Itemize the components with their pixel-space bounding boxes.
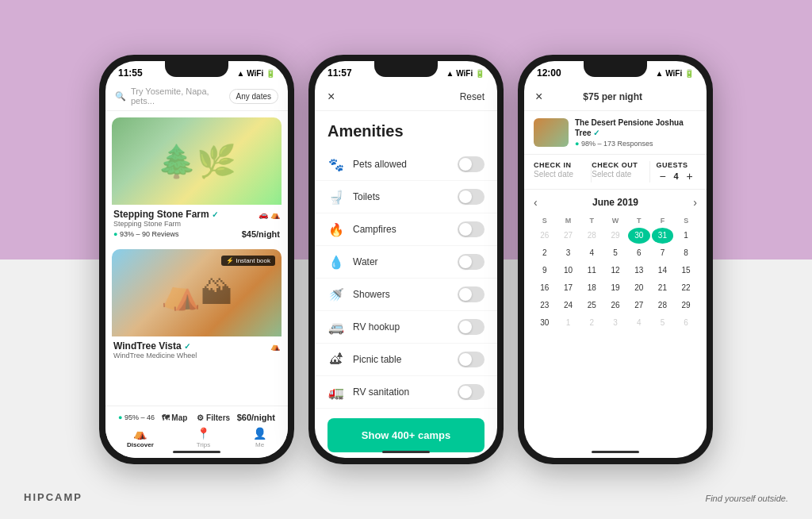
cal-day-2-3[interactable]: 12 bbox=[604, 263, 626, 279]
instant-book-badge: ⚡ Instant book bbox=[221, 256, 275, 266]
guests-count: 4 bbox=[674, 171, 679, 181]
property-meta: ● 98% – 173 Responses bbox=[575, 140, 697, 148]
cal-day-1-3[interactable]: 5 bbox=[604, 245, 626, 261]
guests-minus-button[interactable]: − bbox=[657, 170, 669, 183]
modal-close-button[interactable]: × bbox=[327, 90, 335, 104]
amenity-toggle-0[interactable] bbox=[458, 156, 485, 172]
nav-trips[interactable]: 📍 Trips bbox=[197, 427, 210, 448]
cal-day-4-4[interactable]: 27 bbox=[628, 298, 650, 313]
cal-day-0-2[interactable]: 28 bbox=[580, 228, 603, 244]
cal-day-0-0[interactable]: 26 bbox=[534, 228, 556, 244]
amenity-label-5: RV hookup bbox=[353, 321, 400, 333]
cal-day-3-4[interactable]: 20 bbox=[628, 280, 650, 296]
cal-day-4-0[interactable]: 23 bbox=[534, 298, 556, 313]
show-camps-button[interactable]: Show 400+ camps bbox=[327, 418, 485, 452]
guests-plus-button[interactable]: + bbox=[684, 170, 696, 183]
cal-day-2-1[interactable]: 10 bbox=[557, 263, 580, 279]
amenity-icon-0: 🐾 bbox=[327, 157, 345, 172]
cal-day-3-6[interactable]: 22 bbox=[675, 280, 697, 296]
property-thumbnail bbox=[534, 118, 569, 147]
cal-day-1-0[interactable]: 2 bbox=[534, 245, 556, 261]
checkin-col: Check in Select date bbox=[534, 161, 592, 183]
bottom-actions: ● 95% – 46 🗺 DiscoverMap ⚙ Filters $60/n… bbox=[105, 411, 288, 422]
amenity-label-1: Toilets bbox=[353, 191, 380, 202]
cal-day-1-2[interactable]: 4 bbox=[580, 245, 603, 261]
cal-header-M: M bbox=[557, 215, 580, 226]
cal-day-5-5[interactable]: 5 bbox=[652, 315, 674, 331]
cal-day-2-0[interactable]: 9 bbox=[534, 263, 556, 279]
cal-day-3-2[interactable]: 18 bbox=[580, 280, 603, 296]
cal-day-3-3[interactable]: 19 bbox=[604, 280, 626, 296]
calendar-section: ‹ June 2019 › SMTWTFS2627282930311234567… bbox=[524, 190, 707, 337]
nav-me[interactable]: 👤 Me bbox=[253, 427, 266, 448]
cal-day-4-2[interactable]: 25 bbox=[580, 298, 603, 313]
cal-day-4-3[interactable]: 26 bbox=[604, 298, 626, 313]
map-button[interactable]: 🗺 DiscoverMap bbox=[162, 413, 188, 422]
listing-card-1[interactable]: 🌲🌿 Stepping Stone Farm ✓ 🚗 ⛺ Stepping St… bbox=[112, 117, 282, 243]
cal-day-3-0[interactable]: 16 bbox=[534, 280, 556, 296]
amenity-toggle-3[interactable] bbox=[458, 254, 485, 270]
amenity-toggle-7[interactable] bbox=[458, 384, 485, 400]
cal-day-1-5[interactable]: 7 bbox=[652, 245, 674, 261]
verified-badge-2: ✓ bbox=[184, 342, 190, 351]
cal-day-5-1[interactable]: 1 bbox=[557, 315, 580, 331]
search-input-area[interactable]: 🔍 Try Yosemite, Napa, pets... bbox=[115, 86, 229, 106]
calendar-prev-button[interactable]: ‹ bbox=[534, 196, 538, 209]
cal-day-2-6[interactable]: 15 bbox=[675, 263, 697, 279]
amenity-toggle-4[interactable] bbox=[458, 286, 485, 302]
amenity-toggle-6[interactable] bbox=[458, 352, 485, 367]
checkout-value[interactable]: Select date bbox=[592, 170, 642, 179]
cal-day-4-1[interactable]: 24 bbox=[557, 298, 580, 313]
cal-day-1-6[interactable]: 8 bbox=[675, 245, 697, 261]
cal-day-0-4[interactable]: 30 bbox=[628, 228, 650, 244]
listing-title-row-1: Stepping Stone Farm ✓ 🚗 ⛺ bbox=[113, 209, 280, 220]
cal-day-2-4[interactable]: 13 bbox=[628, 263, 650, 279]
property-details: The Desert Pensione Joshua Tree ✓ ● 98% … bbox=[575, 117, 697, 148]
filter-button[interactable]: ⚙ Filters bbox=[197, 413, 230, 422]
calendar-nav: ‹ June 2019 › bbox=[534, 196, 697, 209]
listing-card-2[interactable]: ⛺🏔 ⚡ Instant book WindTree Vista ✓ ⛺ Win… bbox=[112, 249, 282, 363]
home-indicator-3 bbox=[592, 451, 639, 453]
cal-day-4-5[interactable]: 28 bbox=[652, 298, 674, 313]
cal-day-3-5[interactable]: 21 bbox=[652, 280, 674, 296]
modal-reset-button[interactable]: Reset bbox=[460, 91, 485, 102]
booking-close-button[interactable]: × bbox=[535, 90, 542, 104]
amenity-label-7: RV sanitation bbox=[353, 386, 409, 398]
cal-day-0-1[interactable]: 27 bbox=[557, 228, 580, 244]
bottom-nav: ⛺ Discover 📍 Trips 👤 Me bbox=[105, 427, 288, 448]
cal-day-5-4[interactable]: 4 bbox=[628, 315, 650, 331]
amenity-item-6: 🏕 Picnic table bbox=[315, 344, 497, 376]
amenity-left-1: 🚽 Toilets bbox=[327, 190, 380, 205]
amenity-label-0: Pets allowed bbox=[353, 159, 407, 170]
amenity-icon-3: 💧 bbox=[327, 255, 345, 270]
amenity-icon-5: 🚐 bbox=[327, 320, 345, 335]
cal-day-2-2[interactable]: 11 bbox=[580, 263, 603, 279]
cal-day-5-6[interactable]: 6 bbox=[675, 315, 697, 331]
cal-day-0-3[interactable]: 29 bbox=[604, 228, 626, 244]
cal-day-5-2[interactable]: 2 bbox=[580, 315, 603, 331]
notch-1 bbox=[165, 61, 228, 77]
any-dates-button[interactable]: Any dates bbox=[229, 89, 278, 104]
cal-day-1-1[interactable]: 3 bbox=[557, 245, 580, 261]
amenity-toggle-5[interactable] bbox=[458, 319, 485, 335]
cal-day-3-1[interactable]: 17 bbox=[557, 280, 580, 296]
amenity-toggle-1[interactable] bbox=[458, 189, 485, 205]
cal-day-1-4[interactable]: 6 bbox=[628, 245, 650, 261]
cal-header-S: S bbox=[534, 215, 556, 226]
cal-header-W: W bbox=[604, 215, 626, 226]
modal-header: × Reset bbox=[315, 82, 497, 111]
checkin-value[interactable]: Select date bbox=[534, 170, 584, 179]
nav-discover[interactable]: ⛺ Discover bbox=[127, 427, 154, 448]
amenity-toggle-2[interactable] bbox=[458, 221, 485, 237]
listing-subtitle-1: Stepping Stone Farm bbox=[113, 220, 280, 228]
calendar-next-button[interactable]: › bbox=[693, 196, 697, 209]
cal-day-4-6[interactable]: 29 bbox=[675, 298, 697, 313]
cal-day-2-5[interactable]: 14 bbox=[652, 263, 674, 279]
cal-day-5-0[interactable]: 30 bbox=[534, 315, 556, 331]
property-rating: ● bbox=[575, 140, 579, 148]
phone-2-screen: 11:57 ▲ WiFi 🔋 × Reset Amenities 🐾 Pets … bbox=[315, 61, 497, 458]
listing-subtitle-2: WindTree Medicine Wheel bbox=[113, 352, 280, 359]
cal-day-0-6[interactable]: 1 bbox=[675, 228, 697, 244]
cal-day-0-5[interactable]: 31 bbox=[652, 228, 674, 244]
cal-day-5-3[interactable]: 3 bbox=[604, 315, 626, 331]
